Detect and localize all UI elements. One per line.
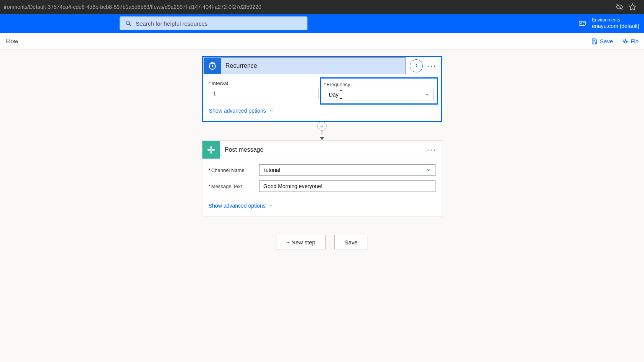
svg-rect-13 (212, 149, 215, 151)
frequency-label: *Frequency (324, 82, 434, 87)
browser-icon-group (616, 3, 640, 11)
svg-rect-11 (210, 150, 212, 154)
interval-field: *Interval (209, 80, 319, 99)
post-message-header[interactable]: Post message ··· (202, 141, 442, 159)
info-button[interactable] (410, 59, 423, 72)
channel-name-label: *Channel Name (209, 167, 259, 173)
incognito-icon[interactable] (616, 3, 623, 11)
svg-line-3 (129, 24, 131, 26)
post-advanced-link[interactable]: Show advanced options (209, 203, 273, 209)
save-flow-button[interactable]: Save (334, 235, 368, 249)
post-message-more-button[interactable]: ··· (427, 145, 442, 155)
add-step-inline-button[interactable]: ＋ (317, 121, 327, 131)
message-text-label: *Message Text (209, 183, 259, 189)
new-step-button[interactable]: + New step (276, 235, 325, 249)
svg-point-8 (416, 64, 416, 65)
svg-rect-10 (210, 146, 212, 149)
save-button[interactable]: Save (591, 38, 613, 45)
search-input[interactable] (136, 20, 302, 27)
bottom-button-row: + New step Save (276, 235, 368, 249)
svg-marker-1 (629, 4, 636, 10)
channel-name-value: tutorial (264, 167, 280, 173)
search-icon (125, 20, 132, 27)
recurrence-title-input[interactable] (221, 58, 406, 74)
connector-line (322, 131, 322, 135)
environment-label: Environments (592, 18, 639, 23)
frequency-value: Day (329, 92, 338, 98)
svg-rect-12 (207, 149, 211, 151)
channel-name-select[interactable]: tutorial (259, 164, 435, 176)
recurrence-advanced-link[interactable]: Show advanced options (209, 108, 274, 114)
arrow-down-icon (320, 137, 324, 140)
interval-input[interactable] (209, 88, 319, 99)
connector: ＋ (317, 122, 327, 140)
stethoscope-icon (621, 38, 628, 45)
browser-url: ironments/Default-37574ca4-cde8-4d8b-bcb… (4, 4, 616, 10)
text-cursor (341, 92, 341, 98)
command-bar: Flow Save Flo (0, 33, 644, 50)
message-text-input[interactable] (259, 180, 435, 192)
flow-checker-button[interactable]: Flo (621, 38, 639, 45)
app-header: Environments enayu.com (default) (0, 14, 644, 33)
flow-canvas: ··· *Interval *Frequency Day (0, 50, 644, 249)
search-box[interactable] (120, 16, 307, 30)
post-message-card[interactable]: Post message ··· *Channel Name tutorial … (202, 140, 442, 216)
info-icon (414, 63, 419, 69)
frequency-select[interactable]: Day (324, 89, 434, 100)
environment-picker[interactable]: Environments enayu.com (default) (592, 18, 639, 29)
save-icon (591, 38, 598, 45)
recurrence-header[interactable] (204, 57, 406, 74)
svg-point-5 (581, 23, 582, 24)
recurrence-card[interactable]: ··· *Interval *Frequency Day (202, 56, 442, 122)
recurrence-icon (204, 57, 221, 74)
browser-address-bar: ironments/Default-37574ca4-cde8-4d8b-bcb… (0, 0, 644, 14)
frequency-field: *Frequency Day (320, 77, 438, 105)
chevron-down-icon (424, 92, 430, 97)
page-title: Flow (5, 38, 18, 45)
chevron-down-icon (269, 108, 274, 113)
post-message-title: Post message (220, 146, 427, 153)
environment-value: enayu.com (default) (592, 23, 639, 29)
svg-rect-4 (579, 21, 586, 25)
chevron-down-icon (426, 167, 431, 173)
interval-label: *Interval (209, 80, 319, 86)
star-icon[interactable] (629, 3, 636, 11)
environment-icon[interactable] (578, 19, 586, 28)
chevron-down-icon (269, 203, 273, 208)
svg-point-2 (126, 21, 130, 25)
recurrence-more-button[interactable]: ··· (425, 59, 438, 72)
slack-icon (202, 141, 220, 159)
